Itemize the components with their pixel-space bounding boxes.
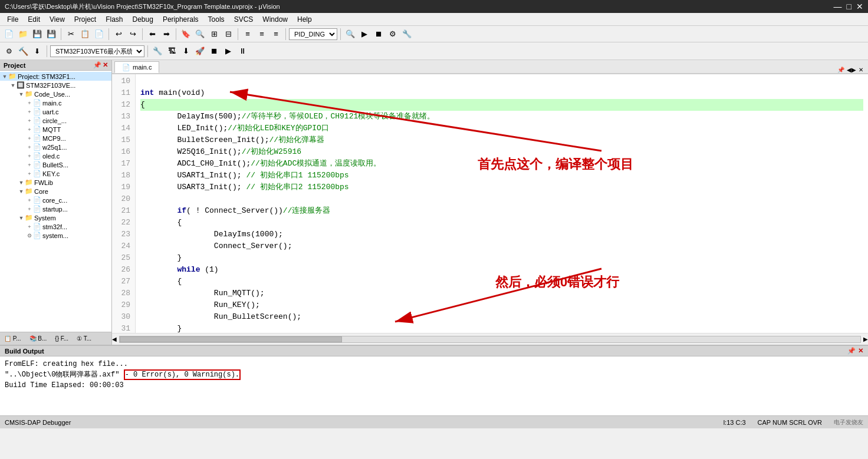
tab-pin-icon[interactable]: 📌 (837, 67, 844, 73)
build-output-pin[interactable]: 📌 (847, 347, 856, 355)
pause-btn[interactable]: ⏸ (236, 45, 249, 58)
run-btn[interactable]: 🚀 (193, 45, 206, 58)
code-lines[interactable]: int main(void){ DelayIms(500);//等待半秒，等候O… (136, 74, 868, 333)
menu-flash[interactable]: Flash (101, 14, 127, 25)
tree-item-18[interactable]: ⚙📄system... (0, 231, 111, 240)
list3-button[interactable]: ≡ (269, 28, 282, 41)
tree-item-15[interactable]: +📄startup... (0, 204, 111, 213)
code-line-21[interactable]: if( ! Connect_Server())//连接服务器 (140, 205, 863, 217)
outdent-button[interactable]: ⊟ (222, 28, 235, 41)
stop-btn[interactable]: ⏹ (372, 28, 385, 41)
redo-button[interactable]: ↪ (126, 28, 139, 41)
code-line-25[interactable]: } (140, 252, 863, 264)
editor-tab-main[interactable]: 📄 main.c (114, 61, 159, 73)
build-all-btn[interactable]: 🔨 (17, 45, 29, 58)
tree-item-1[interactable]: ▼🔲STM32F103VE... (0, 81, 111, 90)
menu-file[interactable]: File (2, 14, 23, 25)
tree-item-4[interactable]: +📄uart.c (0, 107, 111, 116)
code-content[interactable]: 1011121314151617181920212223242526272829… (112, 74, 868, 333)
step-btn[interactable]: ▶ (222, 45, 235, 58)
stop-btn2[interactable]: ⏹ (208, 45, 221, 58)
wrench-btn[interactable]: 🔧 (151, 45, 164, 58)
code-line-18[interactable]: USART1_Init(); // 初始化串口1 115200bps (140, 170, 863, 181)
search-button[interactable]: 🔍 (344, 28, 357, 41)
pid-dropdown[interactable]: PID_DING (289, 28, 337, 40)
tab-templates[interactable]: ① T... (74, 333, 94, 344)
code-line-24[interactable]: Connect_Server(); (140, 240, 863, 252)
code-line-15[interactable]: BulletScreen_Init();//初始化弹幕器 (140, 134, 863, 146)
code-line-16[interactable]: W25Q16_Init();//初始化W25916 (140, 146, 863, 158)
tree-item-14[interactable]: +📄core_c... (0, 196, 111, 204)
tree-item-3[interactable]: +📄main.c (0, 98, 111, 107)
undo-button[interactable]: ↩ (112, 28, 125, 41)
code-line-17[interactable]: ADC1_CH0_Init();//初始化ADC模拟通道，温度读取用。 (140, 158, 863, 170)
menu-tools[interactable]: Tools (203, 14, 229, 25)
tab-project[interactable]: 📋 P... (1, 333, 24, 344)
tab-close-icon[interactable]: ✕ (859, 67, 863, 73)
code-line-22[interactable]: { (140, 217, 863, 229)
build-btn2[interactable]: 🏗 (165, 45, 178, 58)
code-line-28[interactable]: Run_MQTT(); (140, 288, 863, 299)
open-file-button[interactable]: 📁 (17, 28, 29, 41)
target-dropdown[interactable]: STM32F103VET6最小系统 (50, 45, 144, 57)
tab-close-arrow-left[interactable]: ◀ (847, 67, 851, 73)
menu-project[interactable]: Project (70, 14, 101, 25)
tree-item-2[interactable]: ▼📁Code_Use... (0, 90, 111, 98)
tree-item-12[interactable]: ▼📁FWLib (0, 178, 111, 187)
cut-button[interactable]: ✂ (64, 28, 77, 41)
new-file-button[interactable]: 📄 (2, 28, 15, 41)
build-output-close[interactable]: ✕ (858, 347, 863, 355)
load-btn[interactable]: ⬇ (179, 45, 192, 58)
tree-item-17[interactable]: +📄stm32f... (0, 222, 111, 231)
code-line-14[interactable]: LED_Init();//初始化LED和KEY的GPIO口 (140, 123, 863, 134)
copy-button[interactable]: 📋 (78, 28, 91, 41)
tab-books[interactable]: 📚 B... (27, 333, 50, 344)
list2-button[interactable]: ≡ (255, 28, 268, 41)
tree-item-11[interactable]: +📄KEY.c (0, 169, 111, 178)
paste-button[interactable]: 📄 (93, 28, 106, 41)
tree-item-5[interactable]: +📄circle_... (0, 116, 111, 125)
menu-view[interactable]: View (45, 14, 70, 25)
scrollbar-track[interactable] (119, 336, 861, 343)
code-line-11[interactable]: int main(void) (140, 87, 863, 99)
find-button[interactable]: 🔍 (193, 28, 206, 41)
tree-item-0[interactable]: ▼📁Project: STM32F1... (0, 72, 111, 81)
code-line-26[interactable]: while (1) (140, 264, 863, 276)
tab-functions[interactable]: {} F... (52, 333, 71, 344)
save-button[interactable]: 💾 (31, 28, 44, 41)
download-btn[interactable]: ⬇ (31, 45, 44, 58)
code-line-20[interactable] (140, 193, 863, 205)
menu-peripherals[interactable]: Peripherals (158, 14, 203, 25)
code-line-30[interactable]: Run_BulletScreen(); (140, 311, 863, 323)
indent-button[interactable]: ⊞ (208, 28, 221, 41)
tree-item-16[interactable]: ▼📁System (0, 213, 111, 222)
code-line-27[interactable]: { (140, 276, 863, 288)
scroll-right-btn[interactable]: ▶ (863, 336, 868, 342)
tree-item-7[interactable]: +📄MCP9... (0, 134, 111, 143)
bookmark-button[interactable]: 🔖 (179, 28, 192, 41)
forward-button[interactable]: ➡ (160, 28, 173, 41)
code-line-12[interactable]: { (140, 99, 863, 111)
menu-window[interactable]: Window (258, 14, 292, 25)
scrollbar-thumb[interactable] (120, 336, 342, 342)
code-line-29[interactable]: Run_KEY(); (140, 299, 863, 311)
scroll-left-btn[interactable]: ◀ (112, 336, 117, 342)
tab-close-arrow-right[interactable]: ▶ (851, 67, 856, 73)
menu-debug[interactable]: Debug (128, 14, 158, 25)
code-line-23[interactable]: DelayIms(1000); (140, 229, 863, 240)
code-line-13[interactable]: DelayIms(500);//等待半秒，等候OLED，CH9121模块等设备准… (140, 111, 863, 123)
tree-item-9[interactable]: +📄oled.c (0, 151, 111, 160)
code-line-31[interactable]: } (140, 323, 863, 333)
menu-svcs[interactable]: SVCS (229, 14, 258, 25)
save-all-button[interactable]: 💾 (45, 28, 58, 41)
tree-item-8[interactable]: +📄w25q1... (0, 143, 111, 151)
target-settings-btn[interactable]: ⚙ (2, 45, 15, 58)
project-close-icon[interactable]: ✕ (103, 61, 108, 69)
back-button[interactable]: ⬅ (146, 28, 159, 41)
tree-item-10[interactable]: +📄BulletS... (0, 160, 111, 169)
close-button[interactable]: ✕ (856, 2, 863, 11)
horizontal-scrollbar[interactable]: ◀ ▶ (112, 333, 868, 345)
settings-btn[interactable]: ⚙ (386, 28, 399, 41)
code-line-10[interactable] (140, 75, 863, 87)
code-line-19[interactable]: USART3_Init(); // 初始化串口2 115200bps (140, 181, 863, 193)
